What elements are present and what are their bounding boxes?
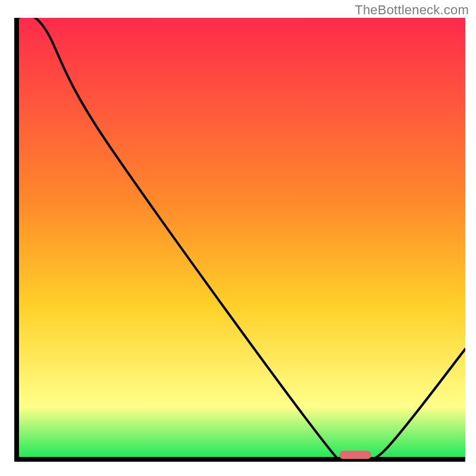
- chart-stage: TheBottleneck.com: [0, 0, 476, 476]
- optimum-marker: [340, 451, 371, 459]
- gradient-background: [17, 18, 465, 459]
- plot-area: [14, 18, 465, 462]
- watermark-text: TheBottleneck.com: [355, 2, 469, 18]
- chart-svg: [14, 18, 465, 462]
